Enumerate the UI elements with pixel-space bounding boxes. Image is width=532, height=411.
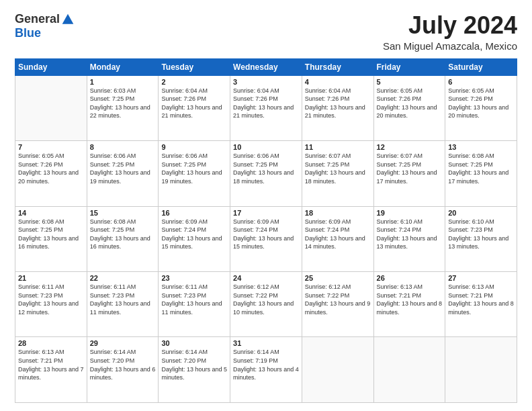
day-number: 13 <box>448 143 514 151</box>
day-info: Sunrise: 6:03 AMSunset: 7:25 PMDaylight:… <box>90 87 150 120</box>
calendar-week-row: 28 Sunrise: 6:13 AMSunset: 7:21 PMDaylig… <box>15 337 517 403</box>
day-info: Sunrise: 6:09 AMSunset: 7:24 PMDaylight:… <box>305 218 365 250</box>
day-number: 31 <box>233 339 299 347</box>
table-row: 13 Sunrise: 6:08 AMSunset: 7:25 PMDaylig… <box>445 141 517 206</box>
day-number: 7 <box>18 143 84 151</box>
day-info: Sunrise: 6:05 AMSunset: 7:26 PMDaylight:… <box>18 152 79 185</box>
table-row: 26 Sunrise: 6:13 AMSunset: 7:21 PMDaylig… <box>373 272 445 337</box>
table-row: 20 Sunrise: 6:10 AMSunset: 7:23 PMDaylig… <box>445 206 517 271</box>
day-info: Sunrise: 6:11 AMSunset: 7:23 PMDaylight:… <box>90 283 150 316</box>
day-info: Sunrise: 6:06 AMSunset: 7:25 PMDaylight:… <box>233 152 294 185</box>
day-number: 12 <box>377 143 443 151</box>
day-number: 10 <box>233 143 299 151</box>
day-info: Sunrise: 6:05 AMSunset: 7:26 PMDaylight:… <box>448 87 508 120</box>
day-info: Sunrise: 6:04 AMSunset: 7:26 PMDaylight:… <box>233 87 294 120</box>
table-row: 16 Sunrise: 6:09 AMSunset: 7:24 PMDaylig… <box>159 206 230 271</box>
table-row: 15 Sunrise: 6:08 AMSunset: 7:25 PMDaylig… <box>87 206 159 271</box>
table-row: 28 Sunrise: 6:13 AMSunset: 7:21 PMDaylig… <box>15 337 87 403</box>
day-info: Sunrise: 6:14 AMSunset: 7:20 PMDaylight:… <box>161 349 227 381</box>
table-row: 5 Sunrise: 6:05 AMSunset: 7:26 PMDayligh… <box>373 75 445 140</box>
table-row: 9 Sunrise: 6:06 AMSunset: 7:25 PMDayligh… <box>159 141 230 206</box>
header-monday: Monday <box>87 58 159 75</box>
month-year: July 2024 <box>383 12 517 39</box>
day-info: Sunrise: 6:06 AMSunset: 7:25 PMDaylight:… <box>90 152 150 185</box>
day-number: 28 <box>18 339 84 347</box>
table-row: 27 Sunrise: 6:13 AMSunset: 7:21 PMDaylig… <box>445 272 517 337</box>
table-row: 4 Sunrise: 6:04 AMSunset: 7:26 PMDayligh… <box>302 75 373 140</box>
calendar-week-row: 14 Sunrise: 6:08 AMSunset: 7:25 PMDaylig… <box>15 206 517 271</box>
day-number: 19 <box>377 209 443 217</box>
header: General Blue July 2024 San Miguel Amazca… <box>15 12 517 52</box>
header-saturday: Saturday <box>445 58 517 75</box>
table-row: 3 Sunrise: 6:04 AMSunset: 7:26 PMDayligh… <box>230 75 302 140</box>
header-thursday: Thursday <box>302 58 373 75</box>
day-number: 8 <box>90 143 156 151</box>
table-row: 1 Sunrise: 6:03 AMSunset: 7:25 PMDayligh… <box>87 75 159 140</box>
day-info: Sunrise: 6:10 AMSunset: 7:23 PMDaylight:… <box>448 218 508 250</box>
day-number: 17 <box>233 209 299 217</box>
day-info: Sunrise: 6:09 AMSunset: 7:24 PMDaylight:… <box>233 218 294 250</box>
header-sunday: Sunday <box>15 58 87 75</box>
day-info: Sunrise: 6:09 AMSunset: 7:24 PMDaylight:… <box>161 218 222 250</box>
title-block: July 2024 San Miguel Amazcala, Mexico <box>383 12 517 52</box>
logo: General Blue <box>15 12 75 40</box>
table-row: 24 Sunrise: 6:12 AMSunset: 7:22 PMDaylig… <box>230 272 302 337</box>
day-number: 15 <box>90 209 156 217</box>
day-number: 18 <box>305 209 371 217</box>
day-number: 3 <box>233 78 299 86</box>
day-number: 24 <box>233 274 299 282</box>
logo-general-text: General <box>15 12 60 26</box>
day-info: Sunrise: 6:05 AMSunset: 7:26 PMDaylight:… <box>377 87 437 120</box>
table-row: 17 Sunrise: 6:09 AMSunset: 7:24 PMDaylig… <box>230 206 302 271</box>
day-number: 26 <box>377 274 443 282</box>
day-number: 14 <box>18 209 84 217</box>
day-number: 30 <box>161 339 227 347</box>
table-row: 29 Sunrise: 6:14 AMSunset: 7:20 PMDaylig… <box>87 337 159 403</box>
day-number: 23 <box>161 274 227 282</box>
table-row: 7 Sunrise: 6:05 AMSunset: 7:26 PMDayligh… <box>15 141 87 206</box>
day-number: 2 <box>161 78 227 86</box>
day-number: 16 <box>161 209 227 217</box>
page: General Blue July 2024 San Miguel Amazca… <box>0 0 532 411</box>
weekday-header-row: Sunday Monday Tuesday Wednesday Thursday… <box>15 58 517 75</box>
table-row: 6 Sunrise: 6:05 AMSunset: 7:26 PMDayligh… <box>445 75 517 140</box>
logo-blue-text: Blue <box>15 26 41 40</box>
day-number: 5 <box>377 78 443 86</box>
table-row <box>445 337 517 403</box>
day-number: 27 <box>448 274 514 282</box>
day-number: 29 <box>90 339 156 347</box>
day-info: Sunrise: 6:14 AMSunset: 7:19 PMDaylight:… <box>233 349 299 381</box>
day-number: 25 <box>305 274 371 282</box>
calendar-week-row: 21 Sunrise: 6:11 AMSunset: 7:23 PMDaylig… <box>15 272 517 337</box>
day-info: Sunrise: 6:12 AMSunset: 7:22 PMDaylight:… <box>233 283 294 316</box>
day-number: 11 <box>305 143 371 151</box>
table-row: 12 Sunrise: 6:07 AMSunset: 7:25 PMDaylig… <box>373 141 445 206</box>
day-info: Sunrise: 6:13 AMSunset: 7:21 PMDaylight:… <box>448 283 514 316</box>
day-number: 4 <box>305 78 371 86</box>
day-info: Sunrise: 6:06 AMSunset: 7:25 PMDaylight:… <box>161 152 222 185</box>
day-number: 20 <box>448 209 514 217</box>
table-row: 21 Sunrise: 6:11 AMSunset: 7:23 PMDaylig… <box>15 272 87 337</box>
table-row: 8 Sunrise: 6:06 AMSunset: 7:25 PMDayligh… <box>87 141 159 206</box>
table-row: 23 Sunrise: 6:11 AMSunset: 7:23 PMDaylig… <box>159 272 230 337</box>
calendar-table: Sunday Monday Tuesday Wednesday Thursday… <box>15 58 517 403</box>
day-number: 6 <box>448 78 514 86</box>
day-info: Sunrise: 6:11 AMSunset: 7:23 PMDaylight:… <box>18 283 79 316</box>
header-friday: Friday <box>373 58 445 75</box>
day-number: 1 <box>90 78 156 86</box>
table-row: 19 Sunrise: 6:10 AMSunset: 7:24 PMDaylig… <box>373 206 445 271</box>
day-info: Sunrise: 6:11 AMSunset: 7:23 PMDaylight:… <box>161 283 222 316</box>
day-info: Sunrise: 6:04 AMSunset: 7:26 PMDaylight:… <box>305 87 365 120</box>
day-number: 22 <box>90 274 156 282</box>
day-info: Sunrise: 6:12 AMSunset: 7:22 PMDaylight:… <box>305 283 371 316</box>
day-info: Sunrise: 6:13 AMSunset: 7:21 PMDaylight:… <box>18 349 84 381</box>
table-row: 2 Sunrise: 6:04 AMSunset: 7:26 PMDayligh… <box>159 75 230 140</box>
day-number: 21 <box>18 274 84 282</box>
logo-icon <box>61 13 75 26</box>
table-row: 11 Sunrise: 6:07 AMSunset: 7:25 PMDaylig… <box>302 141 373 206</box>
table-row: 31 Sunrise: 6:14 AMSunset: 7:19 PMDaylig… <box>230 337 302 403</box>
calendar-week-row: 7 Sunrise: 6:05 AMSunset: 7:26 PMDayligh… <box>15 141 517 206</box>
day-number: 9 <box>161 143 227 151</box>
day-info: Sunrise: 6:08 AMSunset: 7:25 PMDaylight:… <box>18 218 79 250</box>
day-info: Sunrise: 6:10 AMSunset: 7:24 PMDaylight:… <box>377 218 437 250</box>
